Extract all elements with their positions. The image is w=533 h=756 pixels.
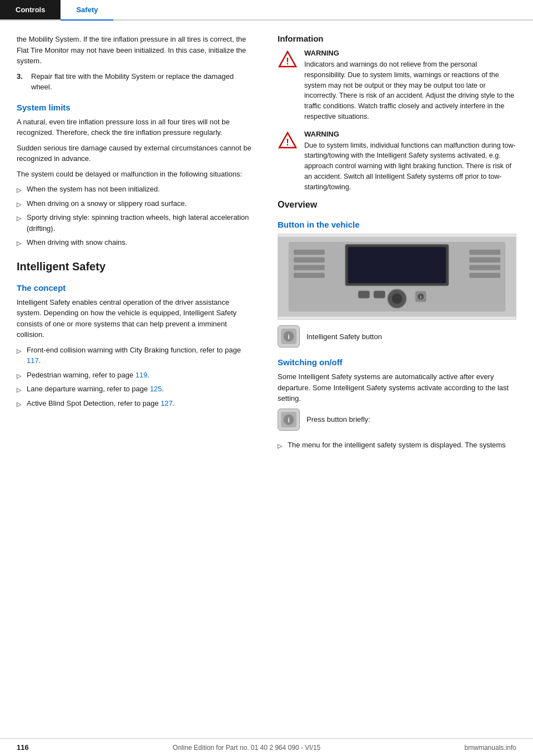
link-127[interactable]: 127 xyxy=(160,399,173,407)
tab-controls[interactable]: Controls xyxy=(0,0,61,19)
bullet-text: When driving with snow chains. xyxy=(27,237,127,248)
bullet-arrow-icon: ▷ xyxy=(17,200,21,209)
concept-bullet-item: ▷ Pedestrian warning, refer to page 119. xyxy=(17,370,255,381)
link-117[interactable]: 117 xyxy=(27,356,39,365)
svg-rect-6 xyxy=(294,250,325,255)
concept-bullet-item: ▷ Active Blind Spot Detection, refer to … xyxy=(17,398,255,409)
bullet-arrow-icon: ▷ xyxy=(17,239,21,248)
svg-rect-9 xyxy=(294,273,325,278)
press-button-icon: i xyxy=(278,409,300,431)
switching-heading: Switching on/off xyxy=(278,357,516,367)
bullet-item: ▷ When the system has not been initializ… xyxy=(17,184,255,195)
step-3-num: 3. xyxy=(17,71,27,93)
concept-bullet-text: Front-end collision warning with City Br… xyxy=(27,345,255,366)
bullet-arrow-icon: ▷ xyxy=(17,371,21,381)
footer-part-text: Online Edition for Part no. 01 40 2 964 … xyxy=(173,744,320,752)
bullet-item: ▷ When driving with snow chains. xyxy=(17,237,255,248)
concept-heading: The concept xyxy=(17,283,255,293)
concept-bullets: ▷ Front-end collision warning with City … xyxy=(17,345,255,409)
link-119[interactable]: 119 xyxy=(135,371,148,379)
warning-box-2: ! WARNING Due to system limits, individu… xyxy=(278,130,516,193)
press-bullet-item: ▷ The menu for the intelligent safety sy… xyxy=(278,440,516,451)
concept-bullet-item: ▷ Front-end collision warning with City … xyxy=(17,345,255,366)
bullet-item: ▷ Sporty driving style: spinning tractio… xyxy=(17,212,255,234)
information-heading: Information xyxy=(278,34,516,43)
svg-point-13 xyxy=(392,294,403,304)
dashboard-svg: i xyxy=(278,234,516,320)
warning-2-text: Due to system limits, individual functio… xyxy=(304,140,516,193)
concept-bullet-text: Pedestrian warning, refer to page 119. xyxy=(27,370,149,381)
bullet-text: When driving on a snowy or slippery road… xyxy=(27,198,187,209)
intro-text: the Mobility System. If the tire inflati… xyxy=(17,34,255,67)
bullet-arrow-icon: ▷ xyxy=(17,400,21,409)
system-limits-bullets: ▷ When the system has not been initializ… xyxy=(17,184,255,248)
svg-rect-14 xyxy=(358,291,369,298)
is-button-label: Intelligent Safety button xyxy=(306,332,382,341)
bullet-arrow-icon: ▷ xyxy=(278,441,282,451)
warning-2-content: WARNING Due to system limits, individual… xyxy=(304,130,516,193)
bullet-arrow-icon: ▷ xyxy=(17,185,21,195)
press-bullet-text: The menu for the intelligent safety syst… xyxy=(288,440,506,451)
overview-heading: Overview xyxy=(278,200,516,210)
switching-p1: Some Intelligent Safety systems are auto… xyxy=(278,371,516,404)
warning-1-content: WARNING Indicators and warnings do not r… xyxy=(304,49,516,122)
svg-rect-21 xyxy=(469,265,500,270)
svg-text:!: ! xyxy=(286,138,289,147)
press-button-label: Press button briefly: xyxy=(306,415,370,424)
bullet-text: Sporty driving style: spinning traction … xyxy=(27,212,255,234)
svg-rect-15 xyxy=(374,291,385,298)
is-button-row: i Intelligent Safety button xyxy=(278,325,516,347)
warning-1-text: Indicators and warnings do not relieve f… xyxy=(304,59,516,122)
system-limits-p3: The system could be delayed or malfuncti… xyxy=(17,169,255,180)
footer: 116 Online Edition for Part no. 01 40 2 … xyxy=(0,738,533,756)
step-3-text: Repair flat tire with the Mobility Syste… xyxy=(31,71,255,93)
concept-bullet-text: Active Blind Spot Detection, refer to pa… xyxy=(27,398,175,409)
header-tabs: Controls Safety xyxy=(0,0,533,21)
bullet-arrow-icon: ▷ xyxy=(17,346,21,356)
intelligent-safety-heading: Intelligent Safety xyxy=(17,260,255,273)
link-125[interactable]: 125 xyxy=(150,385,162,393)
bullet-arrow-icon: ▷ xyxy=(17,385,21,395)
bullet-arrow-icon: ▷ xyxy=(17,214,21,223)
step-3: 3. Repair flat tire with the Mobility Sy… xyxy=(17,71,255,93)
warning-icon-1: ! xyxy=(278,50,298,70)
system-limits-heading: System limits xyxy=(17,103,255,112)
footer-site: bmwmanuals.info xyxy=(465,744,516,752)
system-limits-p1: A natural, even tire inflation pressure … xyxy=(17,117,255,138)
tab-safety[interactable]: Safety xyxy=(61,0,113,21)
bullet-text: When the system has not been initialized… xyxy=(27,184,160,195)
svg-text:i: i xyxy=(288,416,290,424)
page-number: 116 xyxy=(17,743,29,752)
concept-bullet-text: Lane departure warning, refer to page 12… xyxy=(27,384,164,395)
svg-rect-19 xyxy=(469,250,500,255)
svg-rect-20 xyxy=(469,258,500,263)
svg-text:i: i xyxy=(420,295,421,300)
main-content: the Mobility System. If the tire inflati… xyxy=(0,21,533,466)
system-limits-p2: Sudden serious tire damage caused by ext… xyxy=(17,143,255,164)
left-column: the Mobility System. If the tire inflati… xyxy=(17,34,255,455)
button-in-vehicle-heading: Button in the vehicle xyxy=(278,220,516,229)
svg-rect-8 xyxy=(294,265,325,270)
warning-2-title: WARNING xyxy=(304,130,516,138)
concept-bullet-item: ▷ Lane departure warning, refer to page … xyxy=(17,384,255,395)
warning-icon-2: ! xyxy=(278,131,298,151)
is-button-icon: i xyxy=(278,325,300,347)
right-column: Information ! WARNING Indicators and war… xyxy=(278,34,516,455)
warning-1-title: WARNING xyxy=(304,49,516,57)
warning-box-1: ! WARNING Indicators and warnings do not… xyxy=(278,49,516,122)
bullet-item: ▷ When driving on a snowy or slippery ro… xyxy=(17,198,255,209)
svg-text:!: ! xyxy=(286,57,289,66)
press-bullets: ▷ The menu for the intelligent safety sy… xyxy=(278,440,516,451)
press-button-row: i Press button briefly: xyxy=(278,409,516,431)
car-dashboard-image: i xyxy=(278,234,516,320)
concept-p1: Intelligent Safety enables central opera… xyxy=(17,297,255,340)
svg-text:i: i xyxy=(288,332,290,341)
svg-rect-11 xyxy=(348,247,446,283)
svg-rect-22 xyxy=(469,273,500,278)
svg-rect-7 xyxy=(294,258,325,263)
